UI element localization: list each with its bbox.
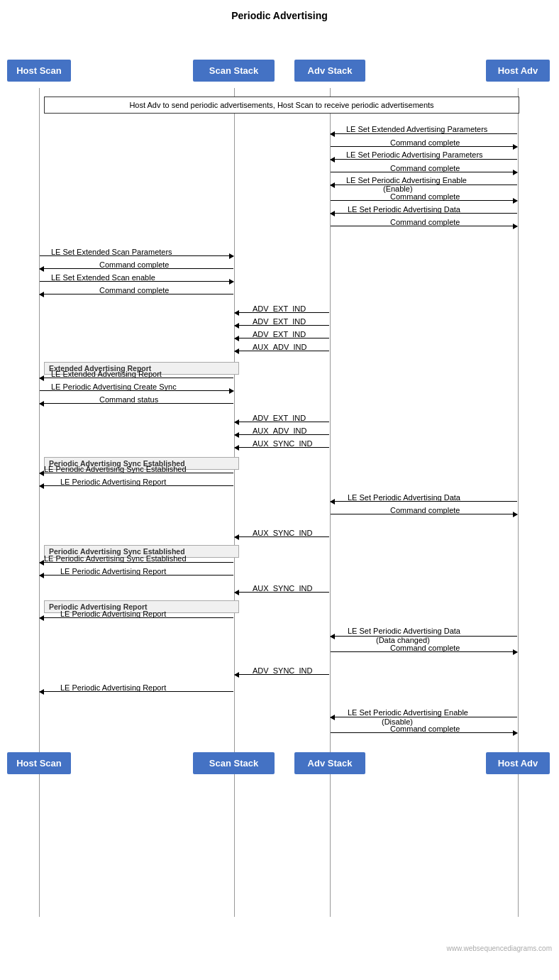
scan-stack-top: Scan Stack (193, 60, 275, 82)
label-le-per-adv-report-1: LE Periodic Advertising Report (60, 478, 166, 486)
arrow-le-set-per-adv-enable (331, 185, 517, 185)
label-le-per-adv-report-4: LE Periodic Advertising Report (60, 683, 166, 692)
page-title: Periodic Advertising (0, 0, 559, 27)
host-scan-bottom: Host Scan (7, 752, 71, 774)
label-adv-ext-ind-4: ADV_EXT_IND (253, 414, 306, 422)
label-cmd-complete-7: Command complete (390, 506, 460, 514)
label-le-set-per-adv-data-2: LE Set Periodic Advertising Data (348, 493, 460, 502)
label-cmd-complete-1: Command complete (390, 138, 460, 147)
label-cmd-status: Command status (99, 395, 158, 404)
label-le-per-sync-est-1: LE Periodic Advertising Sync Established (44, 465, 187, 473)
label-adv-sync-ind: ADV_SYNC_IND (253, 666, 312, 675)
label-le-set-ext-adv-params: LE Set Extended Advertising Parameters (346, 125, 487, 133)
label-aux-adv-ind-1: AUX_ADV_IND (253, 343, 306, 351)
label-cmd-complete-2: Command complete (390, 164, 460, 172)
note-box: Host Adv to send periodic advertisements… (44, 97, 519, 114)
host-adv-bottom: Host Adv (486, 752, 550, 774)
lifeline-host-adv (518, 88, 519, 917)
label-le-ext-adv-report: LE Extended Advertising Report (51, 370, 162, 378)
label-le-per-adv-report-2: LE Periodic Advertising Report (60, 567, 166, 576)
label-adv-ext-ind-3: ADV_EXT_IND (253, 330, 306, 338)
label-cmd-complete-9: Command complete (390, 725, 460, 733)
lifeline-scan-stack (234, 88, 235, 917)
label-le-set-ext-scan-enable: LE Set Extended Scan enable (51, 273, 155, 282)
label-cmd-complete-5: Command complete (99, 260, 169, 269)
label-cmd-complete-6: Command complete (99, 286, 169, 294)
label-le-set-per-adv-enable: LE Set Periodic Advertising Enable (346, 176, 467, 185)
label-aux-sync-ind-1: AUX_SYNC_IND (253, 439, 312, 448)
adv-stack-top: Adv Stack (294, 60, 365, 82)
label-aux-sync-ind-3: AUX_SYNC_IND (253, 584, 312, 593)
lifeline-host-scan (39, 88, 40, 917)
diagram: Host Scan Scan Stack Adv Stack Host Adv … (0, 27, 559, 957)
host-adv-top: Host Adv (486, 60, 550, 82)
scan-stack-bottom: Scan Stack (193, 752, 275, 774)
adv-stack-bottom: Adv Stack (294, 752, 365, 774)
watermark: www.websequencediagrams.com (447, 945, 552, 952)
label-le-set-ext-scan-params: LE Set Extended Scan Parameters (51, 248, 172, 256)
label-adv-ext-ind-1: ADV_EXT_IND (253, 304, 306, 313)
arrow-le-set-ext-adv-params (331, 133, 517, 134)
label-le-set-per-adv-data-changed: LE Set Periodic Advertising Data (348, 627, 460, 635)
label-le-per-adv-report-3: LE Periodic Advertising Report (60, 610, 166, 618)
arrow-le-set-per-adv-params (331, 159, 517, 160)
label-le-per-adv-create-sync: LE Periodic Advertising Create Sync (51, 382, 177, 391)
label-cmd-complete-8: Command complete (390, 644, 460, 652)
label-adv-ext-ind-2: ADV_EXT_IND (253, 317, 306, 326)
label-le-set-per-adv-enable-disable: LE Set Periodic Advertising Enable (348, 708, 468, 717)
label-aux-sync-ind-2: AUX_SYNC_IND (253, 529, 312, 537)
label-le-per-sync-est-2: LE Periodic Advertising Sync Established (44, 554, 187, 563)
label-cmd-complete-4: Command complete (390, 218, 460, 226)
label-cmd-complete-3: Command complete (390, 192, 460, 201)
label-le-set-per-adv-params: LE Set Periodic Advertising Parameters (346, 150, 483, 159)
host-scan-top: Host Scan (7, 60, 71, 82)
label-le-set-per-adv-data-1: LE Set Periodic Advertising Data (348, 205, 460, 214)
label-aux-adv-ind-2: AUX_ADV_IND (253, 426, 306, 435)
arrow-le-set-per-adv-enable-disable (331, 717, 517, 717)
